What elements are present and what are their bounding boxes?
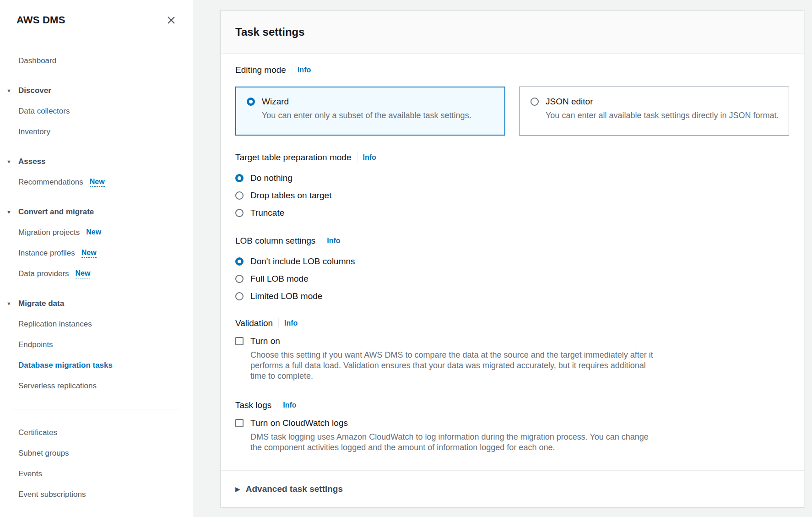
radio-button-json-editor[interactable] <box>531 98 539 106</box>
validation-checkbox[interactable] <box>235 337 244 345</box>
sidebar-item-label: Event subscriptions <box>18 490 86 499</box>
sidebar-section-convert-and-migrate[interactable]: ▼ Convert and migrate <box>0 201 193 222</box>
sidebar-item-label: Dashboard <box>18 56 56 65</box>
checkbox-label: Turn on <box>250 336 280 346</box>
radio-button[interactable] <box>235 275 244 283</box>
task-logs-info-link[interactable]: Info <box>283 401 296 409</box>
sidebar-item-data-providers[interactable]: Data providers New <box>0 263 193 284</box>
radio-button[interactable] <box>235 191 244 200</box>
new-badge[interactable]: New <box>86 228 101 237</box>
sidebar-item-label: Events <box>18 469 42 479</box>
checkbox-label: Turn on CloudWatch logs <box>250 418 348 428</box>
chevron-down-icon: ▼ <box>6 209 18 215</box>
sidebar-item-replication-instances[interactable]: Replication instances <box>0 314 193 334</box>
cloudwatch-logs-checkbox-row[interactable]: Turn on CloudWatch logs <box>235 417 789 429</box>
radio-option-drop-tables-on-target[interactable]: Drop tables on target <box>235 187 789 204</box>
task-settings-card: Task settings Editing mode Info Wizard Y… <box>220 10 804 507</box>
sidebar-item-dashboard[interactable]: Dashboard <box>0 50 193 71</box>
sidebar-section-assess[interactable]: ▼ Assess <box>0 151 193 172</box>
sidebar-divider <box>11 409 181 409</box>
sidebar-item-instance-profiles[interactable]: Instance profiles New <box>0 243 193 263</box>
sidebar-title: AWS DMS <box>16 14 65 26</box>
radio-label: Drop tables on target <box>250 190 331 201</box>
validation-description: Choose this setting if you want AWS DMS … <box>250 350 653 381</box>
chevron-down-icon: ▼ <box>6 301 18 306</box>
card-header: Task settings <box>221 11 804 54</box>
radio-option-full-lob-mode[interactable]: Full LOB mode <box>235 270 789 288</box>
task-logs-description: DMS task logging uses Amazon CloudWatch … <box>250 432 653 453</box>
sidebar-item-label: Certificates <box>18 428 57 437</box>
validation-label: Validation <box>235 318 273 328</box>
heading-divider <box>277 400 277 410</box>
sidebar-item-certificates[interactable]: Certificates <box>0 422 193 443</box>
radio-option-truncate[interactable]: Truncate <box>235 204 789 222</box>
radio-button[interactable] <box>235 174 244 182</box>
heading-divider <box>278 318 279 328</box>
sidebar-item-subnet-groups[interactable]: Subnet groups <box>0 443 193 463</box>
validation-turn-on-checkbox-row[interactable]: Turn on <box>235 335 789 347</box>
radio-label: Limited LOB mode <box>250 291 322 301</box>
new-badge[interactable]: New <box>81 249 97 258</box>
tile-json-editor[interactable]: JSON editor You can enter all available … <box>519 87 789 136</box>
tile-title: Wizard <box>262 97 471 107</box>
validation-info-link[interactable]: Info <box>284 319 298 327</box>
task-logs-section: Task logs Info Turn on CloudWatch logs D… <box>235 400 789 453</box>
new-badge[interactable]: New <box>90 178 105 187</box>
radio-option-do-nothing[interactable]: Do nothing <box>235 169 789 187</box>
lob-settings-heading: LOB column settings Info <box>235 235 789 246</box>
radio-button[interactable] <box>235 292 244 300</box>
sidebar: AWS DMS Dashboard ▼ Discover Data collec… <box>0 0 193 517</box>
radio-button[interactable] <box>235 209 244 217</box>
lob-settings-options: Don't include LOB columns Full LOB mode … <box>235 253 789 305</box>
new-badge[interactable]: New <box>76 269 91 278</box>
target-table-prep-options: Do nothing Drop tables on target Truncat… <box>235 169 789 222</box>
target-table-prep-section: Target table preparation mode Info Do no… <box>235 152 789 222</box>
tile-text: JSON editor You can enter all available … <box>546 97 779 121</box>
editing-mode-label: Editing mode <box>235 65 286 75</box>
sidebar-item-endpoints[interactable]: Endpoints <box>0 334 193 355</box>
lob-settings-info-link[interactable]: Info <box>327 237 340 245</box>
radio-label: Truncate <box>250 208 284 218</box>
editing-mode-tiles: Wizard You can enter only a subset of th… <box>235 87 789 136</box>
sidebar-item-data-collectors[interactable]: Data collectors <box>0 101 193 121</box>
radio-button-wizard[interactable] <box>247 98 255 106</box>
sidebar-item-recommendations[interactable]: Recommendations New <box>0 172 193 192</box>
tile-wizard[interactable]: Wizard You can enter only a subset of th… <box>235 87 505 136</box>
chevron-right-icon: ▶ <box>235 485 240 493</box>
sidebar-item-label: Subnet groups <box>18 449 69 458</box>
radio-button[interactable] <box>235 257 244 266</box>
sidebar-item-label: Database migration tasks <box>18 361 113 370</box>
editing-mode-info-link[interactable]: Info <box>298 66 311 74</box>
tile-description: You can enter only a subset of the avail… <box>262 110 471 121</box>
sidebar-item-label: Inventory <box>18 127 50 136</box>
sidebar-item-label: Data collectors <box>18 107 70 116</box>
sidebar-item-migration-projects[interactable]: Migration projects New <box>0 222 193 243</box>
cloudwatch-logs-checkbox[interactable] <box>235 419 244 427</box>
sidebar-item-label: Recommendations <box>18 178 83 187</box>
sidebar-section-label: Assess <box>18 157 46 166</box>
task-logs-heading: Task logs Info <box>235 400 789 411</box>
validation-section: Validation Info Turn on Choose this sett… <box>235 318 789 381</box>
tile-text: Wizard You can enter only a subset of th… <box>262 97 471 121</box>
sidebar-item-database-migration-tasks[interactable]: Database migration tasks <box>0 355 193 376</box>
editing-mode-heading: Editing mode Info <box>235 65 789 76</box>
sidebar-item-event-subscriptions[interactable]: Event subscriptions <box>0 484 193 505</box>
sidebar-section-label: Migrate data <box>18 299 64 308</box>
sidebar-section-discover[interactable]: ▼ Discover <box>0 80 193 101</box>
sidebar-item-label: Endpoints <box>18 340 53 349</box>
radio-option-dont-include-lob[interactable]: Don't include LOB columns <box>235 253 789 270</box>
chevron-down-icon: ▼ <box>6 159 18 164</box>
page-title: Task settings <box>235 26 305 38</box>
sidebar-section-migrate-data[interactable]: ▼ Migrate data <box>0 293 193 314</box>
close-icon[interactable] <box>166 15 176 25</box>
radio-option-limited-lob-mode[interactable]: Limited LOB mode <box>235 288 789 305</box>
sidebar-nav: Dashboard ▼ Discover Data collectors Inv… <box>0 40 193 505</box>
advanced-task-settings-expander[interactable]: ▶ Advanced task settings <box>221 470 804 507</box>
target-table-prep-label: Target table preparation mode <box>235 152 352 163</box>
target-table-prep-info-link[interactable]: Info <box>363 153 376 162</box>
sidebar-item-serverless-replications[interactable]: Serverless replications <box>0 376 193 396</box>
sidebar-item-inventory[interactable]: Inventory <box>0 121 193 142</box>
sidebar-item-events[interactable]: Events <box>0 463 193 484</box>
advanced-task-settings-label: Advanced task settings <box>246 484 343 494</box>
sidebar-item-label: Migration projects <box>18 228 80 237</box>
